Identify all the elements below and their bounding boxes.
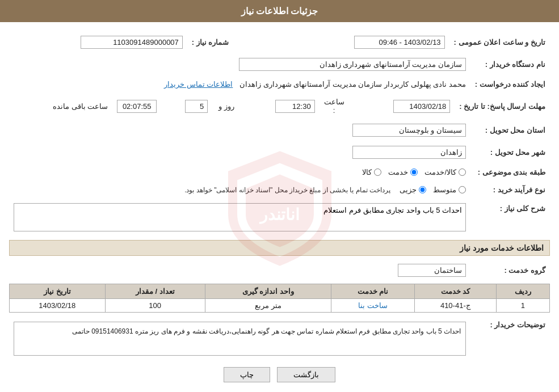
naam-dastgah-label: نام دستگاه خریدار : (470, 56, 550, 73)
novee-option-motavaset[interactable]: متوسط (433, 186, 466, 194)
col-tedad: تعداد / مقدار (105, 284, 205, 299)
ostan-label: استان محل تحویل : (470, 121, 550, 139)
rooz-value: 5 (185, 100, 208, 113)
col-tarikh: تاریخ نیاز (10, 284, 106, 299)
description-box: احداث 5 باب واحد تجاری مطابق فرم استعلام… (14, 322, 466, 356)
shomara-niaz-label: شماره نیاز : (187, 33, 267, 51)
cell-tarikh: 1403/02/18 (10, 299, 106, 313)
novee-note: پرداخت تمام یا بخشی از مبلغ خریداز محل "… (184, 186, 390, 194)
col-kod: کد خدمت (415, 284, 496, 299)
col-vahed: واحد اندازه گیری (205, 284, 331, 299)
tabaqe-option-kala[interactable]: کالا (362, 168, 381, 176)
services-table: ردیف کد خدمت نام خدمت واحد اندازه گیری ت… (9, 284, 550, 313)
gorooh-label: گروه خدمت : (470, 262, 550, 279)
tabaqe-group: کالا/خدمت خدمت کالا (14, 168, 466, 176)
novee-option-jozii[interactable]: جزیی (400, 186, 426, 194)
saat-value: 12:30 (275, 100, 315, 113)
button-row: بازگشت چاپ (9, 367, 550, 382)
tabaqe-option-kala-khedmat[interactable]: کالا/خدمت (424, 168, 466, 176)
sharh-label: شرح کلی نیاز : (470, 201, 550, 235)
shahr-label: شهر محل تحویل : (470, 144, 550, 161)
cell-kod: ج-41-410 (415, 299, 496, 313)
naam-dastgah-value: سازمان مدیریت آرامستانهای شهرداری زاهدان (239, 58, 466, 71)
cell-vahed: متر مربع (205, 299, 331, 313)
tarikh-saat-value: 1403/02/13 - 09:46 (354, 36, 445, 49)
mohlet-label: مهلت ارسال پاسخ: تا تاریخ : (455, 95, 550, 117)
tabaqe-label: طبقه بندی موضوعی : (470, 166, 550, 179)
baqi-value: 02:07:55 (117, 100, 157, 113)
table-row: 1 ج-41-410 ساخت بنا متر مربع 100 1403/02… (10, 299, 550, 313)
print-button[interactable]: چاپ (224, 367, 270, 382)
page-header: جزئیات اطلاعات نیاز (0, 0, 559, 22)
sharh-textarea[interactable]: احداث 5 باب واحد تجاری مطابق فرم استعلام (14, 203, 466, 231)
description-label: توضیحات خریدار : (470, 317, 550, 358)
col-radif: ردیف (496, 284, 549, 299)
gorooh-value: ساختمان (398, 264, 466, 277)
novee-group: متوسط جزیی (400, 186, 466, 194)
page-title: جزئیات اطلاعات نیاز (241, 6, 318, 16)
col-naam: نام خدمت (331, 284, 415, 299)
tabaqe-option-khedmat[interactable]: خدمت (388, 168, 418, 176)
tarikh-value: 1403/02/18 (393, 100, 450, 113)
description-text: احداث 5 باب واحد تجاری مطابق فرم استعلام… (72, 327, 461, 335)
cell-tedad: 100 (105, 299, 205, 313)
back-button[interactable]: بازگشت (277, 367, 335, 382)
ijad-konande-label: ایجاد کننده درخواست : (470, 78, 550, 91)
tarikh-saat-label: تاریخ و ساعت اعلان عمومی : (449, 33, 550, 51)
cell-radif: 1 (496, 299, 549, 313)
cell-naam: ساخت بنا (331, 299, 415, 313)
ijad-konande-value: محمد نادی پهلولی کاربردار سازمان مدیریت … (239, 80, 466, 88)
ettelaat-link[interactable]: اطلاعات تماس خریدار (164, 80, 233, 88)
saat-label: ساعت : (324, 98, 344, 115)
shomara-niaz-value: 1103091489000007 (81, 36, 183, 49)
services-title: اطلاعات خدمات مورد نیاز (9, 240, 550, 256)
ostan-value: سیستان و بلوچستان (352, 124, 466, 137)
novee-label: نوع فرآیند خرید : (470, 183, 550, 196)
baqi-label: ساعت باقی مانده (53, 102, 108, 111)
shahr-value: زاهدان (352, 146, 466, 159)
rooz-label: روز و (218, 102, 234, 111)
